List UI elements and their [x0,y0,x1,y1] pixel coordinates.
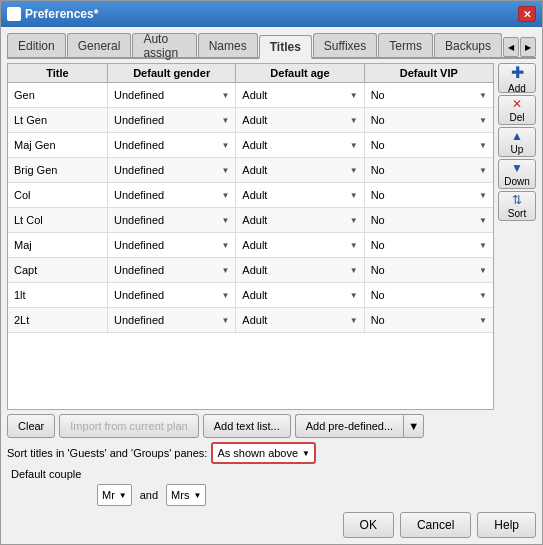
cell-gender[interactable]: Undefined▼ [108,133,236,157]
bottom-controls: Clear Import from current plan Add text … [7,414,536,538]
cell-vip[interactable]: No▼ [365,183,493,207]
sort-panes-label: Sort titles in 'Guests' and 'Groups' pan… [7,447,207,459]
clear-button[interactable]: Clear [7,414,55,438]
tab-scroll-arrows: ◀ ▶ [503,37,536,57]
cell-vip[interactable]: No▼ [365,258,493,282]
del-button[interactable]: ✕ Del [498,95,536,125]
table-header: Title Default gender Default age Default… [8,64,493,83]
cell-title: Col [8,183,108,207]
cell-gender[interactable]: Undefined▼ [108,83,236,107]
default-couple-label: Default couple [11,468,81,480]
table-body: GenUndefined▼Adult▼No▼Lt GenUndefined▼Ad… [8,83,493,409]
cell-vip[interactable]: No▼ [365,158,493,182]
cell-vip[interactable]: No▼ [365,233,493,257]
tab-titles[interactable]: Titles [259,35,312,59]
table-row[interactable]: ColUndefined▼Adult▼No▼ [8,183,493,208]
tab-scroll-right[interactable]: ▶ [520,37,536,57]
content-area: Edition General Auto assign Names Titles… [1,27,542,544]
add-predefined-arrow[interactable]: ▼ [403,414,424,438]
add-button[interactable]: ✚ Add [498,63,536,93]
tab-suffixes[interactable]: Suffixes [313,33,377,57]
cell-title: Capt [8,258,108,282]
table-row[interactable]: CaptUndefined▼Adult▼No▼ [8,258,493,283]
table-row[interactable]: 1ltUndefined▼Adult▼No▼ [8,283,493,308]
cell-vip[interactable]: No▼ [365,133,493,157]
tab-general[interactable]: General [67,33,132,57]
add-label: Add [508,83,526,94]
tab-names[interactable]: Names [198,33,258,57]
couple-select-1[interactable]: Mr ▼ [97,484,132,506]
couple-select-2[interactable]: Mrs ▼ [166,484,206,506]
cell-title: 1lt [8,283,108,307]
cell-title: Lt Gen [8,108,108,132]
cell-gender[interactable]: Undefined▼ [108,208,236,232]
cell-age[interactable]: Adult▼ [236,108,364,132]
couple-selects: Mr ▼ and Mrs ▼ [7,484,536,506]
down-icon: ▼ [511,161,523,175]
ok-button[interactable]: OK [343,512,394,538]
cell-gender[interactable]: Undefined▼ [108,233,236,257]
cell-vip[interactable]: No▼ [365,83,493,107]
delete-icon: ✕ [512,97,522,111]
cell-gender[interactable]: Undefined▼ [108,308,236,332]
tab-terms[interactable]: Terms [378,33,433,57]
down-label: Down [504,176,530,187]
table-row[interactable]: Lt ColUndefined▼Adult▼No▼ [8,208,493,233]
down-button[interactable]: ▼ Down [498,159,536,189]
sort-icon: ⇅ [512,193,522,207]
default-couple-section: Default couple [7,468,536,480]
sort-select-value: As shown above [217,447,298,459]
main-panel: Title Default gender Default age Default… [7,63,536,410]
cell-title: Brig Gen [8,158,108,182]
cell-gender[interactable]: Undefined▼ [108,183,236,207]
import-button[interactable]: Import from current plan [59,414,198,438]
tab-backups[interactable]: Backups [434,33,502,57]
cell-title: Gen [8,83,108,107]
table-row[interactable]: Maj GenUndefined▼Adult▼No▼ [8,133,493,158]
cell-gender[interactable]: Undefined▼ [108,283,236,307]
cell-vip[interactable]: No▼ [365,108,493,132]
tab-bar: Edition General Auto assign Names Titles… [7,33,536,59]
sidebar-action-buttons: ✚ Add ✕ Del ▲ Up ▼ Down ⇅ Sort [498,63,536,410]
cell-age[interactable]: Adult▼ [236,233,364,257]
cell-age[interactable]: Adult▼ [236,133,364,157]
plus-icon: ✚ [511,63,524,82]
cell-age[interactable]: Adult▼ [236,283,364,307]
table-row[interactable]: Lt GenUndefined▼Adult▼No▼ [8,108,493,133]
title-bar: Preferences* ✕ [1,1,542,27]
cell-vip[interactable]: No▼ [365,208,493,232]
up-button[interactable]: ▲ Up [498,127,536,157]
tab-edition[interactable]: Edition [7,33,66,57]
add-predefined-button[interactable]: Add pre-defined... [295,414,403,438]
close-button[interactable]: ✕ [518,6,536,22]
cell-title: Maj [8,233,108,257]
sort-select[interactable]: As shown above ▼ [211,442,316,464]
cell-age[interactable]: Adult▼ [236,308,364,332]
preferences-window: Preferences* ✕ Edition General Auto assi… [0,0,543,545]
sort-button[interactable]: ⇅ Sort [498,191,536,221]
cell-age[interactable]: Adult▼ [236,183,364,207]
cell-age[interactable]: Adult▼ [236,83,364,107]
cell-gender[interactable]: Undefined▼ [108,258,236,282]
add-text-button[interactable]: Add text list... [203,414,291,438]
cell-age[interactable]: Adult▼ [236,158,364,182]
sort-label: Sort [508,208,526,219]
cell-age[interactable]: Adult▼ [236,208,364,232]
tab-scroll-left[interactable]: ◀ [503,37,519,57]
cell-gender[interactable]: Undefined▼ [108,108,236,132]
cell-age[interactable]: Adult▼ [236,258,364,282]
help-button[interactable]: Help [477,512,536,538]
cancel-button[interactable]: Cancel [400,512,471,538]
cell-title: 2Lt [8,308,108,332]
cell-vip[interactable]: No▼ [365,308,493,332]
table-row[interactable]: MajUndefined▼Adult▼No▼ [8,233,493,258]
table-row[interactable]: 2LtUndefined▼Adult▼No▼ [8,308,493,333]
couple-value-1: Mr [102,489,115,501]
tab-auto-assign[interactable]: Auto assign [132,33,196,57]
table-row[interactable]: Brig GenUndefined▼Adult▼No▼ [8,158,493,183]
cell-vip[interactable]: No▼ [365,283,493,307]
table-row[interactable]: GenUndefined▼Adult▼No▼ [8,83,493,108]
title-bar-left: Preferences* [7,7,98,21]
couple-arrow-2: ▼ [193,491,201,500]
cell-gender[interactable]: Undefined▼ [108,158,236,182]
